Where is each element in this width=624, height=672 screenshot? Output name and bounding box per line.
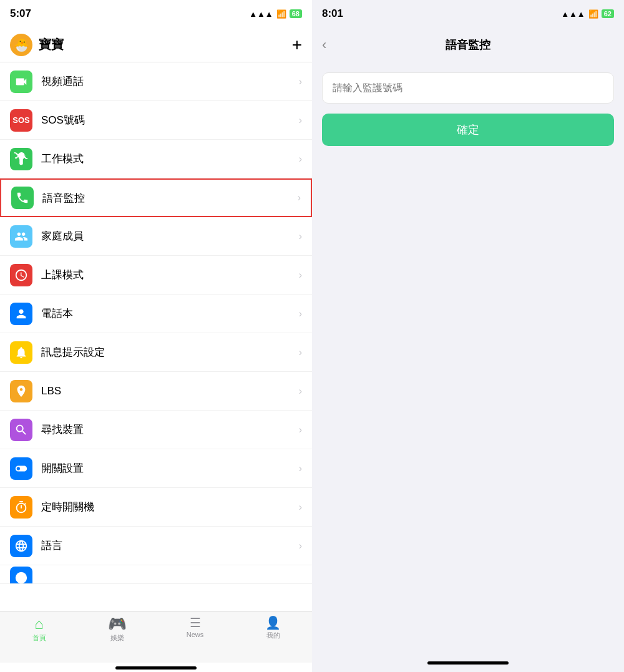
confirm-button-label: 確定 (457, 122, 479, 137)
menu-item-find-device[interactable]: 尋找裝置 › (0, 411, 312, 449)
menu-label-language: 語言 (41, 538, 299, 553)
tab-news-label: News (187, 631, 204, 638)
code-input[interactable] (333, 82, 603, 94)
menu-label-lbs: LBS (41, 385, 299, 397)
menu-label-voice-monitor: 語音監控 (42, 191, 298, 205)
entertainment-icon: 🎮 (108, 616, 127, 631)
left-panel: 5:07 ▲▲▲ 📶 68 🐣 寶寶 + 視頻通話 › SOS (0, 0, 312, 672)
menu-item-language[interactable]: 語言 › (0, 527, 312, 565)
tab-entertainment-label: 娛樂 (110, 633, 124, 643)
extra-icon (10, 567, 32, 585)
news-icon: ☰ (190, 616, 201, 629)
right-panel: 8:01 ▲▲▲ 📶 62 ‹ 語音監控 確定 (312, 0, 624, 672)
menu-label-notification: 訊息提示設定 (41, 345, 299, 359)
app-title: 寶寶 (39, 36, 64, 53)
switch-settings-icon (10, 457, 32, 480)
chevron-family: › (299, 231, 302, 242)
menu-item-switch-settings[interactable]: 開關設置 › (0, 449, 312, 488)
menu-label-find-device: 尋找裝置 (41, 422, 299, 437)
timer-icon (10, 496, 32, 519)
video-call-icon (10, 71, 32, 93)
menu-item-voice-monitor[interactable]: 語音監控 › (0, 178, 312, 217)
notification-icon (10, 341, 32, 364)
menu-item-work-mode[interactable]: 工作模式 › (0, 140, 312, 178)
menu-label-family: 家庭成員 (41, 229, 299, 243)
contacts-icon (10, 303, 32, 325)
menu-item-timer[interactable]: 定時開關機 › (0, 488, 312, 527)
chevron-voice-monitor: › (298, 192, 301, 203)
status-icons-left: ▲▲▲ 📶 68 (249, 9, 302, 19)
chevron-video-call: › (299, 76, 302, 87)
tab-my[interactable]: 👤 我的 (234, 616, 312, 640)
tab-home[interactable]: ⌂ 首頁 (0, 616, 78, 643)
menu-label-class-mode: 上課模式 (41, 268, 299, 282)
chevron-switch-settings: › (299, 463, 302, 474)
my-icon: 👤 (265, 616, 281, 629)
status-time-left: 5:07 (10, 7, 31, 20)
menu-item-contacts[interactable]: 電話本 › (0, 295, 312, 333)
avatar-emoji: 🐣 (14, 37, 29, 52)
menu-label-sos: SOS號碼 (41, 113, 299, 127)
avatar: 🐣 (10, 34, 32, 56)
menu-label-video-call: 視頻通話 (41, 74, 299, 89)
home-indicator-left (115, 666, 197, 670)
header-right: ‹ 語音監控 (312, 27, 624, 62)
chevron-language: › (299, 540, 302, 552)
header-left-content: 🐣 寶寶 (10, 34, 64, 56)
page-title: 語音監控 (446, 37, 490, 52)
wifi-icon-right: 📶 (588, 9, 598, 19)
lbs-icon (10, 380, 32, 402)
menu-item-sos[interactable]: SOS SOS號碼 › (0, 101, 312, 140)
menu-label-timer: 定時開關機 (41, 500, 299, 514)
chevron-contacts: › (299, 308, 302, 319)
tab-news[interactable]: ☰ News (156, 616, 234, 638)
menu-item-notification[interactable]: 訊息提示設定 › (0, 333, 312, 372)
wifi-icon: 📶 (276, 9, 286, 19)
language-icon (10, 535, 32, 557)
find-device-icon (10, 419, 32, 441)
chevron-work-mode: › (299, 153, 302, 165)
tab-entertainment[interactable]: 🎮 娛樂 (78, 616, 156, 643)
home-indicator-right (427, 661, 509, 665)
chevron-timer: › (299, 502, 302, 513)
menu-item-extra[interactable] (0, 565, 312, 584)
chevron-sos: › (299, 115, 302, 126)
confirm-button[interactable]: 確定 (322, 114, 614, 146)
chevron-notification: › (299, 347, 302, 358)
right-content: 確定 (312, 62, 624, 370)
menu-label-work-mode: 工作模式 (41, 152, 299, 166)
status-bar-left: 5:07 ▲▲▲ 📶 68 (0, 0, 312, 27)
svg-point-0 (16, 572, 27, 583)
sos-icon: SOS (10, 109, 32, 132)
tab-my-label: 我的 (266, 631, 280, 640)
status-time-right: 8:01 (322, 7, 343, 20)
family-icon (10, 225, 32, 248)
battery-right: 62 (602, 9, 614, 18)
menu-item-family[interactable]: 家庭成員 › (0, 217, 312, 256)
header-left: 🐣 寶寶 + (0, 27, 312, 62)
back-button[interactable]: ‹ (322, 37, 347, 53)
chevron-lbs: › (299, 386, 302, 397)
menu-label-switch-settings: 開關設置 (41, 461, 299, 475)
menu-item-lbs[interactable]: LBS › (0, 372, 312, 411)
signal-icon-right: ▲▲▲ (561, 9, 585, 19)
home-icon: ⌂ (34, 616, 44, 631)
menu-item-video-call[interactable]: 視頻通話 › (0, 62, 312, 101)
work-mode-icon (10, 148, 32, 170)
code-input-field[interactable] (322, 72, 614, 104)
chevron-class-mode: › (299, 270, 302, 281)
menu-label-contacts: 電話本 (41, 306, 299, 321)
tab-home-label: 首頁 (32, 633, 46, 643)
voice-monitor-icon (11, 187, 34, 209)
signal-icon: ▲▲▲ (249, 9, 273, 19)
status-icons-right: ▲▲▲ 📶 62 (561, 9, 614, 19)
menu-list: 視頻通話 › SOS SOS號碼 › 工作模式 › 語音監控 › (0, 62, 312, 611)
chevron-find-device: › (299, 424, 302, 436)
status-bar-right: 8:01 ▲▲▲ 📶 62 (312, 0, 624, 27)
class-mode-icon (10, 264, 32, 286)
battery-left: 68 (290, 9, 302, 18)
add-button[interactable]: + (292, 36, 302, 54)
tab-bar: ⌂ 首頁 🎮 娛樂 ☰ News 👤 我的 (0, 611, 312, 663)
menu-item-class-mode[interactable]: 上課模式 › (0, 256, 312, 295)
